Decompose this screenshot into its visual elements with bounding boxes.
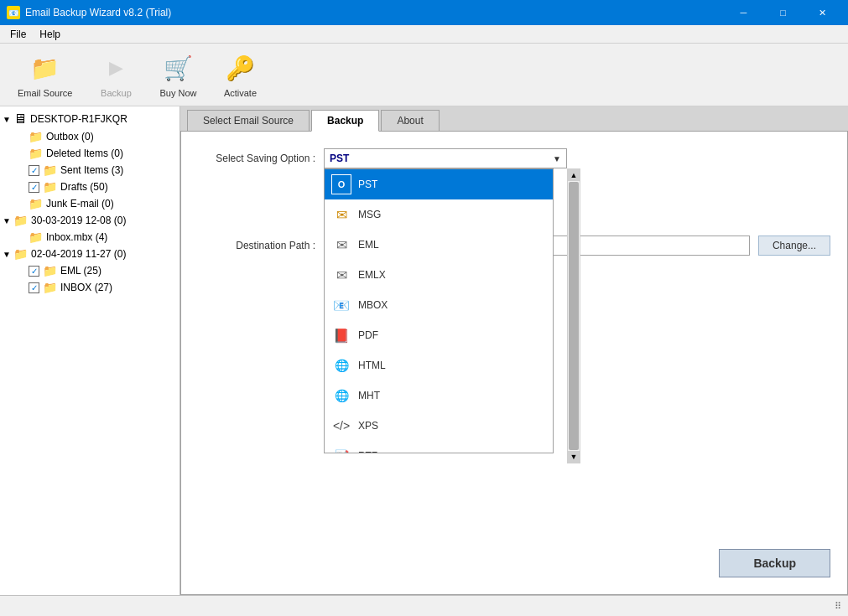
title-bar: 📧 Email Backup Wizard v8.2 (Trial) ─ □ ✕ bbox=[0, 0, 848, 25]
tree-item-label: 30-03-2019 12-08 (0) bbox=[31, 215, 126, 226]
tree-item-group3[interactable]: ▼ 📁 02-04-2019 11-27 (0) bbox=[0, 246, 179, 262]
main-content: ▼ 🖥 DESKTOP-R1FJKQR 📁 Outbox (0) 📁 Delet… bbox=[0, 106, 848, 595]
status-bar: ⠿ bbox=[0, 595, 848, 616]
tab-backup[interactable]: Backup bbox=[311, 110, 379, 132]
format-select[interactable]: PST ▼ bbox=[324, 148, 567, 168]
backup-action-button[interactable]: Backup bbox=[719, 549, 830, 577]
backup-label: Backup bbox=[101, 88, 132, 98]
activate-icon: 🔑 bbox=[223, 51, 257, 85]
buy-now-icon: 🛒 bbox=[161, 51, 195, 85]
expand-icon: ▼ bbox=[2, 115, 12, 124]
tree-item-label: Drafts (50) bbox=[60, 181, 108, 193]
tree-item-label: Deleted Items (0) bbox=[46, 148, 123, 159]
format-option-pst[interactable]: O PST bbox=[325, 169, 553, 199]
tree-item-drafts[interactable]: ✓ 📁 Drafts (50) bbox=[0, 179, 179, 195]
expand-icon: ▼ bbox=[2, 216, 12, 225]
html-icon: 🌐 bbox=[331, 355, 351, 375]
tree-item-eml[interactable]: ✓ 📁 EML (25) bbox=[0, 262, 179, 279]
tree-checkbox[interactable]: ✓ bbox=[29, 182, 39, 193]
eml-icon: ✉ bbox=[331, 235, 351, 255]
app-icon: 📧 bbox=[7, 6, 20, 19]
pst-icon: O bbox=[331, 174, 351, 194]
folder-icon: 📁 bbox=[29, 230, 43, 244]
activate-label: Activate bbox=[224, 88, 257, 98]
selected-format-text: PST bbox=[330, 153, 349, 164]
tree-item-label: Inbox.mbx (4) bbox=[46, 231, 107, 243]
backup-icon: ▶ bbox=[99, 51, 133, 85]
email-source-icon: 📁 bbox=[29, 51, 62, 85]
tree-root-label: DESKTOP-R1FJKQR bbox=[30, 113, 127, 125]
folder-icon: 📁 bbox=[43, 180, 57, 194]
tree-item-sent[interactable]: ✓ 📁 Sent Items (3) bbox=[0, 162, 179, 179]
mbox-icon: 📧 bbox=[331, 295, 351, 315]
tree-item-inbox[interactable]: ✓ 📁 INBOX (27) bbox=[0, 279, 179, 296]
tree-item-inbox-mbx[interactable]: 📁 Inbox.mbx (4) bbox=[0, 229, 179, 246]
format-option-eml[interactable]: ✉ EML bbox=[325, 230, 553, 260]
change-button[interactable]: Change... bbox=[758, 236, 830, 256]
format-option-msg[interactable]: ✉ MSG bbox=[325, 199, 553, 230]
computer-icon: 🖥 bbox=[13, 111, 27, 127]
folder-icon: 📁 bbox=[29, 147, 43, 160]
minimize-button[interactable]: ─ bbox=[725, 0, 762, 25]
window-title: Email Backup Wizard v8.2 (Trial) bbox=[25, 7, 171, 18]
resize-icon: ⠿ bbox=[835, 601, 841, 612]
format-dropdown-wrapper: PST ▼ O PST ✉ MSG ✉ bbox=[324, 148, 567, 168]
format-option-rtf[interactable]: 📝 RTF bbox=[325, 441, 553, 453]
tree-item-label: Outbox (0) bbox=[46, 131, 94, 142]
tab-bar: Select Email Source Backup About bbox=[180, 106, 848, 132]
mht-icon: 🌐 bbox=[331, 386, 351, 406]
expand-icon: ▼ bbox=[2, 250, 12, 259]
tab-about[interactable]: About bbox=[381, 110, 439, 131]
backup-button[interactable]: ▶ Backup bbox=[90, 47, 142, 102]
tree-item-label: Junk E-mail (0) bbox=[46, 198, 114, 210]
emlx-icon: ✉ bbox=[331, 265, 351, 285]
format-dropdown-list: O PST ✉ MSG ✉ EML ✉ EMLX bbox=[324, 168, 554, 453]
menu-help[interactable]: Help bbox=[33, 27, 67, 42]
toolbar: 📁 Email Source ▶ Backup 🛒 Buy Now 🔑 Acti… bbox=[0, 44, 848, 106]
folder-icon: 📁 bbox=[29, 130, 43, 143]
format-option-mht[interactable]: 🌐 MHT bbox=[325, 380, 553, 411]
format-option-emlx[interactable]: ✉ EMLX bbox=[325, 260, 553, 290]
close-button[interactable]: ✕ bbox=[804, 0, 841, 25]
tree-item-label: EML (25) bbox=[60, 265, 101, 277]
tab-select-email-source[interactable]: Select Email Source bbox=[187, 110, 310, 131]
folder-icon: 📁 bbox=[43, 163, 57, 177]
format-option-mbox[interactable]: 📧 MBOX bbox=[325, 290, 553, 320]
activate-button[interactable]: 🔑 Activate bbox=[214, 47, 266, 102]
format-option-xps[interactable]: </> XPS bbox=[325, 411, 553, 441]
saving-option-row: Select Saving Option : PST ▼ O PST ✉ bbox=[198, 148, 830, 168]
folder-icon: 📁 bbox=[43, 281, 57, 294]
tree-item-deleted[interactable]: 📁 Deleted Items (0) bbox=[0, 145, 179, 162]
title-bar-left: 📧 Email Backup Wizard v8.2 (Trial) bbox=[7, 6, 171, 19]
tree-item-label: 02-04-2019 11-27 (0) bbox=[31, 248, 126, 260]
email-source-label: Email Source bbox=[18, 88, 72, 98]
buy-now-label: Buy Now bbox=[159, 88, 196, 98]
tree-item-root[interactable]: ▼ 🖥 DESKTOP-R1FJKQR bbox=[0, 110, 179, 128]
folder-icon: 📁 bbox=[13, 214, 28, 227]
tree-checkbox[interactable]: ✓ bbox=[29, 266, 39, 277]
format-option-pdf[interactable]: 📕 PDF bbox=[325, 320, 553, 350]
tree-item-group2[interactable]: ▼ 📁 30-03-2019 12-08 (0) bbox=[0, 212, 179, 229]
folder-icon: 📁 bbox=[29, 197, 43, 210]
tab-content-backup: Select Saving Option : PST ▼ O PST ✉ bbox=[180, 132, 848, 595]
maximize-button[interactable]: □ bbox=[764, 0, 802, 25]
email-source-button[interactable]: 📁 Email Source bbox=[8, 47, 81, 102]
right-panel: Select Email Source Backup About Select … bbox=[180, 106, 848, 595]
title-bar-controls: ─ □ ✕ bbox=[725, 0, 841, 25]
folder-icon: 📁 bbox=[43, 264, 57, 277]
tree-item-label: INBOX (27) bbox=[60, 282, 112, 293]
vscroll-up-btn[interactable]: ▲ bbox=[568, 169, 580, 181]
tree-checkbox[interactable]: ✓ bbox=[29, 165, 39, 176]
tree-checkbox[interactable]: ✓ bbox=[29, 282, 39, 293]
menu-file[interactable]: File bbox=[3, 27, 33, 42]
format-option-html[interactable]: 🌐 HTML bbox=[325, 350, 553, 380]
buy-now-button[interactable]: 🛒 Buy Now bbox=[150, 47, 205, 102]
folder-tree: ▼ 🖥 DESKTOP-R1FJKQR 📁 Outbox (0) 📁 Delet… bbox=[0, 106, 180, 595]
saving-option-label: Select Saving Option : bbox=[198, 153, 315, 164]
pdf-icon: 📕 bbox=[331, 325, 351, 345]
tree-item-outbox[interactable]: 📁 Outbox (0) bbox=[0, 128, 179, 145]
vscroll-down-btn[interactable]: ▼ bbox=[568, 451, 580, 463]
tree-item-junk[interactable]: 📁 Junk E-mail (0) bbox=[0, 195, 179, 212]
folder-icon: 📁 bbox=[13, 247, 28, 261]
msg-icon: ✉ bbox=[331, 204, 351, 225]
